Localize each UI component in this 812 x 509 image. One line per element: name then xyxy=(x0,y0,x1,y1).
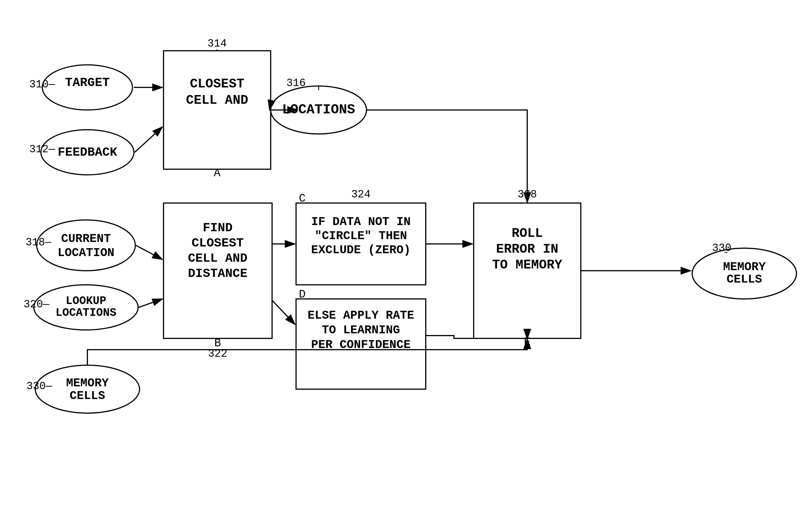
find-closest-label3: CELL AND xyxy=(188,251,247,265)
memory-cells-output-label1: MEMORY xyxy=(723,260,766,274)
if-data-sublabel: C xyxy=(299,192,306,205)
arrow-feedback-to-closest xyxy=(135,127,163,152)
lookup-locations-label2: LOCATIONS xyxy=(56,307,116,319)
roll-error-label3: TO MEMORY xyxy=(492,258,563,272)
if-data-label3: EXCLUDE (ZERO) xyxy=(311,243,411,257)
else-apply-label1: ELSE APPLY RATE xyxy=(308,309,414,322)
feedback-label: FEEDBACK xyxy=(58,145,117,159)
lookup-locations-label1: LOOKUP xyxy=(66,295,106,307)
closest-cell-label1: CLOSEST xyxy=(190,77,244,91)
target-ref: 310— xyxy=(29,78,55,91)
memory-cells-output-ref: 330 xyxy=(712,242,731,254)
lookup-locations-ref: 320— xyxy=(24,298,49,310)
locations-ref: 316 xyxy=(286,77,306,89)
arrow-find-to-else xyxy=(272,300,295,324)
if-data-label2: "CIRCLE" THEN xyxy=(315,229,407,243)
memory-cells-output-label2: CELLS xyxy=(727,273,762,286)
current-location-ref: 318— xyxy=(26,236,51,248)
find-closest-label1: FIND xyxy=(203,221,233,235)
memory-cells-input-ref: 330— xyxy=(27,380,52,392)
closest-cell-sublabel: A xyxy=(214,167,220,180)
feedback-ref: 312— xyxy=(29,143,55,156)
memory-cells-input-label2: CELLS xyxy=(70,389,105,403)
memory-cells-input-label1: MEMORY xyxy=(66,376,109,390)
roll-error-label2: ERROR IN xyxy=(496,242,559,257)
closest-cell-box xyxy=(164,51,271,169)
find-closest-label4: DISTANCE xyxy=(188,267,247,280)
target-label: TARGET xyxy=(65,75,110,90)
roll-error-label1: ROLL xyxy=(512,226,543,241)
current-location-label1: CURRENT xyxy=(61,232,111,246)
closest-cell-label2: CELL AND xyxy=(186,93,248,108)
else-apply-sublabel: D xyxy=(299,288,306,301)
arrow-current-to-find xyxy=(136,245,163,260)
arrow-locations-to-roll xyxy=(366,110,527,202)
closest-cell-ref: 314 xyxy=(208,37,227,49)
if-data-ref: 324 xyxy=(351,189,370,201)
arrow-lookup-to-find xyxy=(139,299,163,307)
if-data-label1: IF DATA NOT IN xyxy=(311,215,411,229)
diagram-container: TARGET 310— FEEDBACK 312— CURRENT LOCATI… xyxy=(0,0,812,509)
current-location-label2: LOCATION xyxy=(58,246,114,260)
find-closest-label2: CLOSEST xyxy=(192,236,244,250)
else-apply-label2: TO LEARNING xyxy=(322,324,400,337)
